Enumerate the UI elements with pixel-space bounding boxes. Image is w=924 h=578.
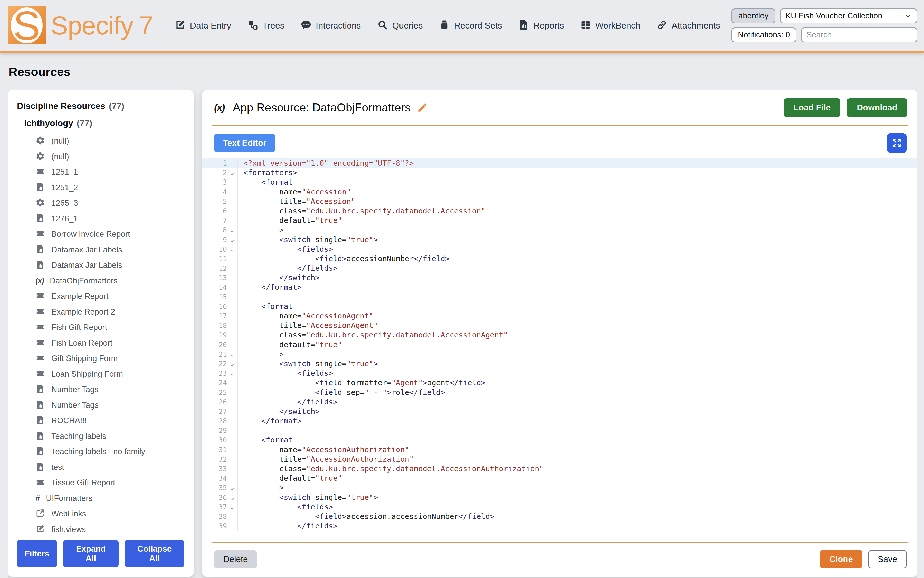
nav-item-record-sets[interactable]: Record Sets [439, 19, 502, 32]
resource-item-borrow-invoice-report[interactable]: Borrow Invoice Report [36, 226, 184, 242]
resource-item-fish-gift-report[interactable]: Fish Gift Report [36, 320, 184, 335]
resource-item-tissue-gift-report[interactable]: Tissue Gift Report [36, 475, 184, 491]
code-text[interactable]: <format [237, 302, 918, 311]
delete-button[interactable]: Delete [214, 550, 257, 568]
code-text[interactable]: <field sep=" - ">role</field> [237, 388, 918, 397]
resource-item-1265-3[interactable]: 1265_3 [36, 195, 184, 211]
resource-item-number-tags[interactable]: Number Tags [36, 382, 184, 398]
fold-toggle-icon[interactable] [227, 225, 237, 235]
code-text[interactable]: <format [237, 177, 918, 187]
fullscreen-button[interactable] [887, 133, 906, 153]
nav-item-queries[interactable]: Queries [377, 19, 423, 32]
resource-item-example-report-2[interactable]: Example Report 2 [36, 304, 184, 320]
code-text[interactable]: </fields> [237, 263, 918, 273]
filters-button[interactable]: Filters [17, 540, 57, 567]
code-text[interactable]: </switch> [237, 407, 918, 416]
code-text[interactable]: title="Accession" [237, 197, 918, 206]
nav-item-interactions[interactable]: Interactions [300, 19, 361, 32]
expand-all-button[interactable]: Expand All [63, 540, 118, 567]
resource-item-example-report[interactable]: Example Report [36, 289, 184, 304]
code-text[interactable]: <field formatter="Agent">agent</field> [237, 378, 918, 388]
fold-toggle-icon[interactable] [227, 502, 237, 512]
xml-code-editor[interactable]: 1<?xml version="1.0" encoding="UTF-8"?>2… [202, 158, 918, 542]
save-button[interactable]: Save [868, 550, 906, 568]
text-editor-tab[interactable]: Text Editor [214, 134, 275, 152]
resource-item-null[interactable]: (null) [36, 133, 184, 149]
code-text[interactable]: > [237, 225, 918, 235]
collection-select[interactable]: KU Fish Voucher Collection [780, 8, 918, 23]
code-text[interactable]: name="Accession" [237, 187, 918, 197]
resource-item-loan-shipping-form[interactable]: Loan Shipping Form [36, 367, 184, 382]
resource-item-test[interactable]: test [36, 459, 184, 475]
code-text[interactable]: default="true" [237, 340, 918, 349]
notifications-button[interactable]: Notifications: 0 [731, 28, 796, 42]
code-text[interactable]: </fields> [237, 397, 918, 407]
code-text[interactable]: <format [237, 435, 918, 445]
code-text[interactable]: <formatters> [237, 168, 918, 177]
fold-toggle-icon[interactable] [227, 244, 237, 254]
fold-toggle-icon[interactable] [227, 349, 237, 359]
code-text[interactable]: default="true" [237, 216, 918, 225]
code-text[interactable]: </format> [237, 416, 918, 426]
code-text[interactable]: </fields> [237, 521, 918, 531]
code-text[interactable]: > [237, 483, 918, 492]
resource-item-fish-views[interactable]: fish.views [36, 522, 184, 532]
code-text[interactable]: class="edu.ku.brc.specify.datamodel.Acce… [237, 206, 918, 216]
code-text[interactable]: class="edu.ku.brc.specify.datamodel.Acce… [237, 464, 918, 474]
load-file-button[interactable]: Load File [784, 98, 841, 117]
specify-logo[interactable]: S Specify7 [8, 6, 153, 44]
tree-node-discipline-resources[interactable]: Discipline Resources(77) [17, 101, 184, 111]
tree-node-ichthyology[interactable]: Ichthyology(77) [24, 118, 184, 128]
code-text[interactable]: <switch single="true"> [237, 493, 918, 502]
nav-item-trees[interactable]: Trees [247, 19, 284, 32]
nav-item-workbench[interactable]: WorkBench [580, 19, 640, 32]
resource-item-null[interactable]: (null) [36, 149, 184, 165]
resource-item-1251-1[interactable]: 1251_1 [36, 164, 184, 180]
code-text[interactable]: > [237, 349, 918, 359]
code-text[interactable]: <?xml version="1.0" encoding="UTF-8"?> [237, 158, 918, 168]
code-text[interactable] [237, 426, 918, 435]
nav-item-data-entry[interactable]: Data Entry [175, 19, 231, 32]
resource-item-1276-1[interactable]: 1276_1 [36, 211, 184, 227]
code-text[interactable]: <fields> [237, 502, 918, 512]
code-text[interactable]: </switch> [237, 273, 918, 283]
code-text[interactable]: title="AccessionAuthorization" [237, 455, 918, 464]
search-input[interactable] [801, 28, 918, 42]
nav-item-reports[interactable]: Reports [518, 19, 564, 32]
resource-item-weblinks[interactable]: WebLinks [36, 506, 184, 522]
resource-item-teaching-labels-no-family[interactable]: Teaching labels - no family [36, 444, 184, 459]
code-text[interactable]: name="AccessionAuthorization" [237, 445, 918, 455]
edit-title-button[interactable] [417, 102, 428, 113]
resource-item-teaching-labels[interactable]: Teaching labels [36, 429, 184, 444]
fold-toggle-icon[interactable] [227, 493, 237, 502]
clone-button[interactable]: Clone [820, 550, 862, 568]
code-text[interactable]: <switch single="true"> [237, 235, 918, 244]
code-text[interactable]: <field>accession.accessionNumber</field> [237, 512, 918, 521]
resource-item-uiformatters[interactable]: #UIFormatters [36, 491, 184, 507]
fold-toggle-icon[interactable] [227, 235, 237, 244]
code-text[interactable] [237, 292, 918, 302]
resource-item-rocha[interactable]: ROCHA!!! [36, 413, 184, 429]
resource-item-fish-loan-report[interactable]: Fish Loan Report [36, 335, 184, 351]
resource-item-gift-shipping-form[interactable]: Gift Shipping Form [36, 351, 184, 367]
fold-toggle-icon[interactable] [227, 483, 237, 492]
code-text[interactable]: <switch single="true"> [237, 359, 918, 369]
resource-item-datamax-jar-labels[interactable]: Datamax Jar Labels [36, 258, 184, 273]
code-text[interactable]: class="edu.ku.brc.specify.datamodel.Acce… [237, 330, 918, 340]
collapse-all-button[interactable]: Collapse All [125, 540, 184, 567]
code-text[interactable]: name="AccessionAgent" [237, 311, 918, 321]
resource-item-1251-2[interactable]: 1251_2 [36, 180, 184, 196]
code-text[interactable]: </format> [237, 283, 918, 292]
code-text[interactable]: <field>accessionNumber</field> [237, 254, 918, 263]
code-text[interactable]: <fields> [237, 244, 918, 254]
code-text[interactable]: title="AccessionAgent" [237, 321, 918, 330]
resource-item-datamax-jar-labels[interactable]: Datamax Jar Labels [36, 242, 184, 258]
fold-toggle-icon[interactable] [227, 359, 237, 369]
nav-item-attachments[interactable]: Attachments [656, 19, 720, 32]
resource-item-number-tags[interactable]: Number Tags [36, 398, 184, 413]
download-button[interactable]: Download [847, 98, 907, 117]
code-text[interactable]: default="true" [237, 474, 918, 483]
fold-toggle-icon[interactable] [227, 168, 237, 177]
fold-toggle-icon[interactable] [227, 369, 237, 378]
user-button[interactable]: abentley [731, 8, 775, 23]
